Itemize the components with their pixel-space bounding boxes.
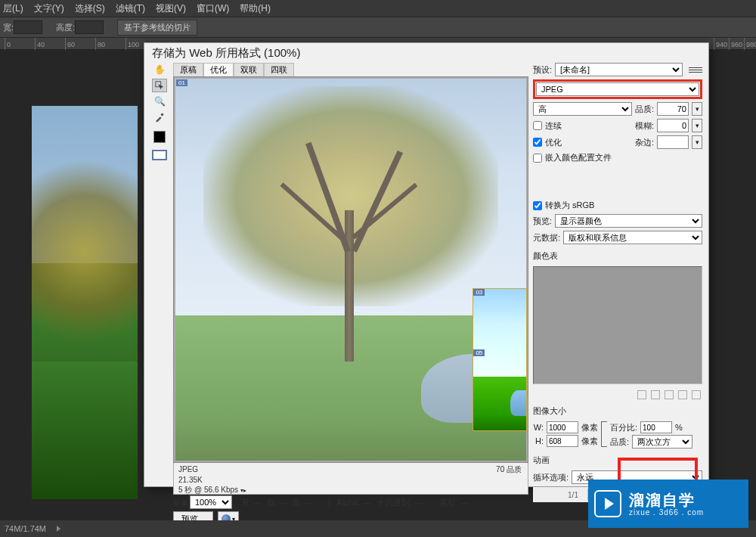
srgb-label: 转换为 sRGB bbox=[545, 200, 594, 211]
icc-checkbox[interactable] bbox=[533, 154, 542, 163]
percent-unit: % bbox=[675, 423, 683, 432]
slice-from-guides-button[interactable]: 基于参考线的切片 bbox=[117, 20, 197, 36]
preview-column: 原稿 优化 双联 四联 bbox=[173, 63, 528, 528]
app-menubar: 层(L) 文字(Y) 选择(S) 滤镜(T) 视图(V) 窗口(W) 帮助(H) bbox=[0, 0, 756, 17]
percent-label: 百分比: bbox=[610, 422, 637, 433]
icc-label: 嵌入颜色配置文件 bbox=[545, 152, 612, 163]
quality-input[interactable] bbox=[657, 102, 689, 116]
color-table[interactable] bbox=[533, 266, 702, 384]
matte-dropdown-icon[interactable]: ▾ bbox=[692, 135, 702, 149]
slice-select-tool-icon[interactable] bbox=[152, 79, 167, 92]
metadata-select[interactable]: 版权和联系信息 bbox=[563, 231, 702, 244]
opt-width-input[interactable] bbox=[14, 20, 42, 34]
format-select[interactable]: JPEG bbox=[536, 82, 699, 96]
w-unit: 像素 bbox=[581, 422, 598, 433]
image-size-label: 图像大小 bbox=[533, 405, 702, 417]
slice-visibility-toggle[interactable] bbox=[152, 150, 167, 160]
opt-height-label: 高度: bbox=[56, 22, 75, 33]
menu-view[interactable]: 视图(V) bbox=[156, 2, 186, 15]
ruler-tick: 960 bbox=[729, 38, 742, 50]
readout-index: 索引: — bbox=[439, 497, 469, 508]
document-image bbox=[32, 106, 138, 499]
progressive-label: 连续 bbox=[545, 120, 562, 132]
selected-slice[interactable] bbox=[473, 289, 526, 430]
eyedropper-tool-icon[interactable] bbox=[152, 110, 167, 124]
preview-info: JPEG 21.35K 5 秒 @ 56.6 Kbps ▾▸ 70 品质 bbox=[173, 463, 528, 495]
tab-2up[interactable]: 双联 bbox=[234, 63, 264, 76]
w-label: W: bbox=[533, 423, 544, 432]
hand-tool-icon[interactable]: ✋ bbox=[152, 63, 167, 76]
menu-window[interactable]: 窗口(W) bbox=[197, 2, 229, 15]
optimized-label: 优化 bbox=[545, 137, 562, 148]
foreground-color-swatch[interactable] bbox=[153, 131, 166, 143]
format-highlight: JPEG bbox=[533, 79, 702, 99]
ruler-tick: 940 bbox=[714, 38, 727, 50]
h-label: H: bbox=[533, 436, 544, 445]
status-zoom: 74M/1.74M bbox=[5, 524, 46, 533]
readout-g: G: — bbox=[268, 498, 287, 507]
readout-alpha: Alpha: — bbox=[336, 498, 370, 507]
blur-input[interactable] bbox=[657, 119, 689, 132]
link-icon[interactable] bbox=[601, 421, 607, 447]
colortable-label: 颜色表 bbox=[533, 250, 702, 262]
preset-select[interactable]: [未命名] bbox=[555, 63, 683, 76]
blur-label: 模糊: bbox=[635, 120, 654, 132]
settings-panel: 预设: [未命名] JPEG 高 品质: ▾ 连续 模糊: ▾ 优化 bbox=[533, 63, 702, 528]
watermark-logo-icon bbox=[594, 490, 621, 517]
ruler-tick: 980 bbox=[744, 38, 756, 50]
srgb-checkbox[interactable] bbox=[533, 201, 542, 210]
jpeg-quality-preset-select[interactable]: 高 bbox=[533, 102, 632, 116]
save-for-web-dialog: 存储为 Web 所用格式 (100%) ✋ 🔍 原稿 优化 双联 四联 bbox=[144, 42, 709, 487]
menu-layer[interactable]: 层(L) bbox=[3, 2, 23, 15]
width-input[interactable] bbox=[547, 421, 578, 433]
progressive-checkbox[interactable] bbox=[533, 121, 542, 130]
optimized-checkbox[interactable] bbox=[533, 138, 542, 147]
info-speed: 5 秒 @ 56.6 Kbps bbox=[178, 486, 238, 494]
zoom-out-icon[interactable]: ⊟ bbox=[173, 498, 180, 508]
animation-label: 动画 bbox=[533, 455, 702, 466]
preview-status-row: ⊟ ⊞ 100% R: — G: — B: — | Alpha: — 十六进制:… bbox=[173, 495, 528, 510]
zoom-in-icon[interactable]: ⊞ bbox=[181, 498, 188, 508]
zoom-select[interactable]: 100% bbox=[190, 495, 232, 509]
panel-menu-icon[interactable] bbox=[689, 64, 702, 75]
watermark-url: zixue . 3d66 . com bbox=[629, 508, 704, 517]
opt-height-input[interactable] bbox=[75, 20, 104, 34]
ct-icon[interactable] bbox=[651, 390, 660, 399]
preview-viewport[interactable]: 01 03 05 bbox=[173, 76, 528, 463]
slice-badge: 03 bbox=[473, 289, 485, 296]
preview-mode-select[interactable]: 显示器颜色 bbox=[555, 214, 702, 228]
slice-badge: 01 bbox=[176, 79, 187, 86]
matte-label: 杂边: bbox=[635, 137, 654, 148]
menu-select[interactable]: 选择(S) bbox=[75, 2, 105, 15]
tab-optimized[interactable]: 优化 bbox=[203, 63, 234, 76]
readout-hex: 十六进制: — bbox=[376, 497, 423, 508]
blur-dropdown-icon[interactable]: ▾ bbox=[692, 119, 702, 132]
resample-select[interactable]: 两次立方 bbox=[632, 435, 692, 449]
ct-icon[interactable] bbox=[665, 390, 674, 399]
document-window[interactable] bbox=[32, 106, 138, 499]
preview-mode-label: 预览: bbox=[533, 216, 552, 227]
tab-4up[interactable]: 四联 bbox=[264, 63, 294, 76]
opt-width-label: 宽: bbox=[3, 22, 14, 33]
ct-icon[interactable] bbox=[637, 390, 646, 399]
menu-type[interactable]: 文字(Y) bbox=[34, 2, 64, 15]
status-flyout-icon[interactable] bbox=[57, 526, 60, 532]
h-unit: 像素 bbox=[581, 436, 598, 447]
ct-icon[interactable] bbox=[678, 390, 687, 399]
quality-dropdown-icon[interactable]: ▾ bbox=[692, 102, 702, 116]
watermark-title: 溜溜自学 bbox=[629, 492, 704, 508]
ct-trash-icon[interactable] bbox=[692, 390, 701, 399]
zoom-tool-icon[interactable]: 🔍 bbox=[152, 95, 167, 108]
menu-filter[interactable]: 滤镜(T) bbox=[116, 2, 145, 15]
ruler-tick: 60 bbox=[65, 38, 75, 50]
percent-input[interactable] bbox=[640, 421, 672, 433]
loop-label: 循环选项: bbox=[533, 472, 569, 483]
menu-help[interactable]: 帮助(H) bbox=[240, 2, 271, 15]
matte-swatch[interactable] bbox=[657, 135, 689, 149]
readout-b: B: — bbox=[293, 498, 311, 507]
height-input[interactable] bbox=[547, 435, 578, 447]
tab-original[interactable]: 原稿 bbox=[173, 63, 203, 76]
metadata-label: 元数据: bbox=[533, 232, 560, 244]
svg-point-0 bbox=[161, 113, 164, 116]
readout-r: R: — bbox=[243, 498, 262, 507]
